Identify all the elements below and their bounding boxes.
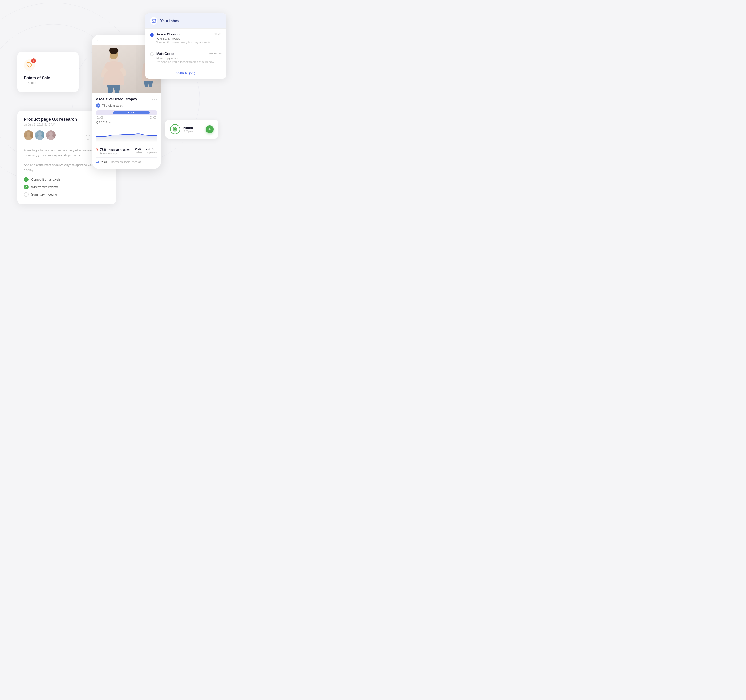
read-dot-2 xyxy=(150,53,154,56)
inbox-icon xyxy=(150,17,158,24)
clock-icon xyxy=(86,135,90,140)
project-title-group: Product page UX research on July 1, 2016… xyxy=(24,117,77,126)
pos-title: Points of Sale xyxy=(24,75,72,80)
avatar-1 xyxy=(24,130,33,140)
inbox-message-2[interactable]: Matt Cross Yesterday New Copywriter I'm … xyxy=(145,48,227,67)
unread-dot-1 xyxy=(150,33,154,37)
stock-row: ✓ 781 left in stock xyxy=(96,103,157,108)
task-item-1: ✓ Competition analysis xyxy=(24,177,110,182)
notes-text-group: Notes 2 Open xyxy=(183,126,193,133)
task-list: ✓ Competition analysis ✓ Wireframes revi… xyxy=(24,177,110,197)
inbox-footer: View all (21) xyxy=(145,67,227,78)
slider-fill: • • • xyxy=(113,111,150,114)
quarter-row: Q3 2017 ▼ xyxy=(96,121,157,124)
product-name: asos Oversized Drapey xyxy=(96,97,137,101)
inbox-subject-2: New Copywriter xyxy=(156,57,222,60)
inbox-title: Your Inbox xyxy=(160,19,179,23)
product-title-row: asos Oversized Drapey xyxy=(96,97,157,101)
inbox-preview-1: We got it! It wasn't easy but they agree… xyxy=(156,41,222,44)
pos-card: 1 Points of Sale 12 Cities xyxy=(17,52,78,92)
task-check-3 xyxy=(24,192,29,197)
sparkline-chart xyxy=(96,126,157,142)
project-avatars xyxy=(24,130,56,140)
pageview-stat: 793K pageview xyxy=(146,147,157,154)
notes-card: Notes 2 Open + xyxy=(165,120,218,138)
svg-point-5 xyxy=(49,132,53,136)
inbox-content-2: Matt Cross Yesterday New Copywriter I'm … xyxy=(156,52,222,63)
product-image-main xyxy=(92,45,135,93)
pos-subtitle: 12 Cities xyxy=(24,81,72,85)
pos-badge: 1 xyxy=(31,58,36,63)
pos-icon-wrap: 1 xyxy=(24,59,35,71)
inbox-card: Your Inbox Avery Clayton 15:31 IGN Bank … xyxy=(145,13,227,78)
svg-point-4 xyxy=(36,136,43,140)
project-date: on July 1, 2016 9:43 AM xyxy=(24,123,77,126)
inbox-preview-2: I'm sending you a few examples of ours n… xyxy=(156,60,222,63)
task-check-1: ✓ xyxy=(24,177,29,182)
project-title: Product page UX research xyxy=(24,117,77,122)
notes-icon xyxy=(170,124,180,134)
svg-point-2 xyxy=(25,136,32,140)
svg-point-6 xyxy=(48,136,54,140)
scene: 1 Points of Sale 12 Cities Product page … xyxy=(0,0,298,280)
inbox-message-1[interactable]: Avery Clayton 15:31 IGN Bank Invoice We … xyxy=(145,29,227,48)
heart-icon: ♥ xyxy=(96,147,98,151)
notes-subtitle: 2 Open xyxy=(183,130,193,133)
stock-text: 781 left in stock xyxy=(102,104,122,107)
product-options-menu[interactable] xyxy=(152,99,157,100)
slider-dates: 01.06 23.07 xyxy=(96,116,157,119)
reviews-stat: ♥ 78% Positive reviews Above average xyxy=(96,147,135,155)
inbox-subject-1: IGN Bank Invoice xyxy=(156,37,222,40)
share-icon: ⇄ xyxy=(96,160,99,164)
shares-row: ⇄ 2,401 Shares on social medias xyxy=(96,158,157,164)
notes-title: Notes xyxy=(183,126,193,130)
task-check-2: ✓ xyxy=(24,185,29,190)
orders-stat: 25K orders xyxy=(135,147,142,154)
notes-left: Notes 2 Open xyxy=(170,124,193,134)
inbox-header: Your Inbox xyxy=(145,13,227,28)
task-item-3: Summary meeting xyxy=(24,192,110,197)
svg-point-1 xyxy=(27,132,30,136)
sender-row-1: Avery Clayton 15:31 xyxy=(156,32,222,36)
svg-rect-12 xyxy=(152,19,156,22)
date-range-slider[interactable]: • • • xyxy=(96,110,157,115)
svg-point-3 xyxy=(38,132,42,136)
avatar-2 xyxy=(35,130,45,140)
avatar-3 xyxy=(46,130,56,140)
notes-add-button[interactable]: + xyxy=(206,125,214,133)
product-info: asos Oversized Drapey ✓ 781 left in stoc… xyxy=(92,97,161,164)
inbox-content-1: Avery Clayton 15:31 IGN Bank Invoice We … xyxy=(156,32,222,44)
stock-check-icon: ✓ xyxy=(96,103,101,108)
task-item-2: ✓ Wireframes review xyxy=(24,185,110,190)
back-button[interactable]: ← xyxy=(96,38,101,43)
stats-row: ♥ 78% Positive reviews Above average 25K… xyxy=(96,145,157,155)
sender-row-2: Matt Cross Yesterday xyxy=(156,52,222,56)
view-all-link[interactable]: View all (21) xyxy=(176,71,195,75)
